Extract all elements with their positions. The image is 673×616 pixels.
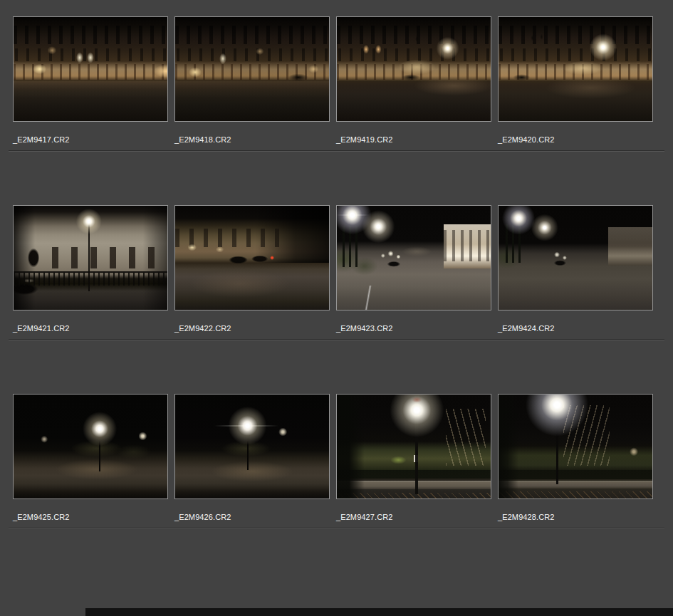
night-park-lamp-trees-photo [337,395,491,498]
thumbnail-cell: _E2M9418.CR2 [174,16,330,145]
night-terrace-facade-streetlamp-photo [337,17,491,121]
thumbnail-cell: _E2M9426.CR2 [174,394,330,522]
photo-thumbnail[interactable] [174,205,330,310]
thumbnail-cell: _E2M9423.CR2 [336,205,491,333]
thumbnail-cell: _E2M9422.CR2 [174,205,330,333]
filename-label[interactable]: _E2M9427.CR2 [336,513,491,522]
row-divider [9,150,664,152]
night-terrace-facade-photo [14,17,167,121]
night-street-bright-lamps-photo [337,206,491,310]
photo-thumbnail[interactable] [498,394,653,499]
photo-thumbnail[interactable] [498,205,653,310]
thumbnail-cell: _E2M9428.CR2 [498,394,653,522]
photo-thumbnail[interactable] [498,16,653,122]
filename-label[interactable]: _E2M9425.CR2 [13,513,168,522]
bottom-edge-bar [85,608,673,616]
night-park-lamp-photo [175,395,329,498]
filename-label[interactable]: _E2M9421.CR2 [13,324,168,333]
night-park-lamp-photo [14,395,167,498]
night-terrace-road-photo [175,206,329,310]
thumbnail-row: _E2M9425.CR2 _E2M9426.CR2 _E2M9427.CR2 _… [0,394,673,583]
filename-label[interactable]: _E2M9424.CR2 [498,324,653,333]
thumbnail-cell: _E2M9425.CR2 [13,394,168,522]
thumbnail-row-cells: _E2M9417.CR2 _E2M9418.CR2 _E2M9419.CR2 _… [0,16,673,145]
row-divider [9,339,664,340]
night-street-bright-lamps-photo [499,206,652,310]
filename-label[interactable]: _E2M9418.CR2 [174,135,330,145]
filename-label[interactable]: _E2M9420.CR2 [498,135,653,145]
filename-label[interactable]: _E2M9423.CR2 [336,324,491,333]
night-terrace-facade-streetlamp-photo [499,17,652,121]
filename-label[interactable]: _E2M9419.CR2 [336,135,491,145]
row-divider [9,528,664,529]
thumbnail-row: _E2M9421.CR2 _E2M9422.CR2 _E2M9423.CR2 _… [0,205,673,394]
thumbnail-cell: _E2M9417.CR2 [13,16,168,145]
photo-thumbnail[interactable] [174,394,330,499]
photo-thumbnail[interactable] [174,16,330,122]
photo-thumbnail[interactable] [13,16,168,122]
thumbnail-cell: _E2M9427.CR2 [336,394,491,522]
filename-label[interactable]: _E2M9428.CR2 [498,513,653,522]
photo-thumbnail[interactable] [336,394,491,499]
night-park-lamp-trees-photo [499,395,652,498]
thumbnail-cell: _E2M9424.CR2 [498,205,653,333]
thumbnail-row-cells: _E2M9425.CR2 _E2M9426.CR2 _E2M9427.CR2 _… [0,394,673,522]
thumbnail-cell: _E2M9420.CR2 [498,16,653,145]
thumbnail-cell: _E2M9419.CR2 [336,16,491,145]
filename-label[interactable]: _E2M9426.CR2 [174,513,330,522]
night-terrace-facade-photo [175,17,329,121]
photo-thumbnail[interactable] [13,205,168,310]
filename-label[interactable]: _E2M9422.CR2 [174,324,330,333]
thumbnail-cell: _E2M9421.CR2 [13,205,168,333]
thumbnail-grid: _E2M9417.CR2 _E2M9418.CR2 _E2M9419.CR2 _… [0,16,673,583]
filename-label[interactable]: _E2M9417.CR2 [13,135,168,145]
photo-thumbnail[interactable] [336,16,491,122]
thumbnail-row: _E2M9417.CR2 _E2M9418.CR2 _E2M9419.CR2 _… [0,16,673,205]
photo-thumbnail[interactable] [336,205,491,310]
night-townhouse-streetlamp-photo [14,206,167,310]
thumbnail-row-cells: _E2M9421.CR2 _E2M9422.CR2 _E2M9423.CR2 _… [0,205,673,333]
photo-thumbnail[interactable] [13,394,168,499]
